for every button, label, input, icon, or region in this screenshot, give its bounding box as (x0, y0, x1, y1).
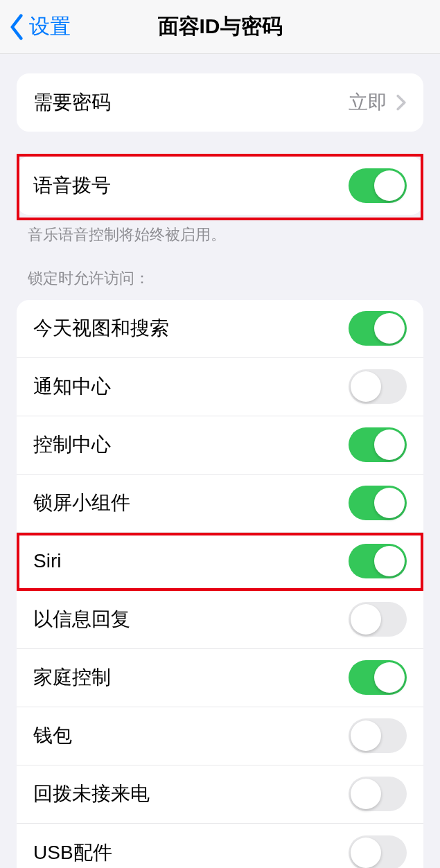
lock-access-toggle[interactable] (349, 718, 407, 753)
voice-dial-group: 语音拨号 (17, 157, 423, 215)
lock-access-label: 家庭控制 (33, 664, 349, 691)
voice-dial-toggle[interactable] (349, 168, 407, 203)
lock-access-row: 家庭控制 (17, 649, 423, 707)
lock-access-row: 回拨未接来电 (17, 765, 423, 824)
back-label: 设置 (29, 12, 71, 41)
lock-access-toggle[interactable] (349, 602, 407, 637)
chevron-left-icon (7, 14, 26, 40)
lock-access-row: 控制中心 (17, 416, 423, 475)
lock-access-label: 通知中心 (33, 373, 349, 400)
lock-access-row: Siri (17, 533, 423, 591)
lock-access-toggle[interactable] (349, 777, 407, 811)
lock-access-toggle[interactable] (349, 544, 407, 578)
lock-access-toggle[interactable] (349, 311, 407, 346)
lock-access-label: 今天视图和搜索 (33, 315, 349, 342)
lock-access-label: 以信息回复 (33, 606, 349, 632)
lock-access-row: USB配件 (17, 824, 423, 868)
lock-access-row: 锁屏小组件 (17, 475, 423, 533)
lock-access-toggle[interactable] (349, 486, 407, 520)
lock-access-toggle[interactable] (349, 427, 407, 462)
voice-dial-label: 语音拨号 (33, 172, 349, 199)
voice-dial-footer: 音乐语音控制将始终被启用。 (0, 215, 440, 246)
lock-access-header: 锁定时允许访问： (0, 246, 440, 294)
lock-access-row: 以信息回复 (17, 591, 423, 649)
lock-access-row: 钱包 (17, 707, 423, 765)
require-passcode-value: 立即 (349, 89, 387, 116)
lock-access-label: 控制中心 (33, 432, 349, 458)
nav-bar: 设置 面容ID与密码 (0, 0, 440, 54)
lock-access-group: 今天视图和搜索通知中心控制中心锁屏小组件Siri以信息回复家庭控制钱包回拨未接来… (17, 300, 423, 868)
lock-access-label: 钱包 (33, 723, 349, 749)
lock-access-toggle[interactable] (349, 369, 407, 404)
back-button[interactable]: 设置 (0, 12, 71, 41)
chevron-right-icon (396, 94, 407, 111)
lock-access-row: 今天视图和搜索 (17, 300, 423, 358)
require-passcode-label: 需要密码 (33, 89, 349, 116)
lock-access-row: 通知中心 (17, 358, 423, 416)
voice-dial-row: 语音拨号 (17, 157, 423, 215)
lock-access-toggle[interactable] (349, 835, 407, 868)
lock-access-label: USB配件 (33, 840, 349, 866)
passcode-group: 需要密码 立即 (17, 73, 423, 132)
lock-access-toggle[interactable] (349, 660, 407, 695)
require-passcode-row[interactable]: 需要密码 立即 (17, 73, 423, 132)
lock-access-label: 回拨未接来电 (33, 781, 349, 807)
lock-access-label: Siri (33, 550, 349, 572)
lock-access-label: 锁屏小组件 (33, 490, 349, 516)
